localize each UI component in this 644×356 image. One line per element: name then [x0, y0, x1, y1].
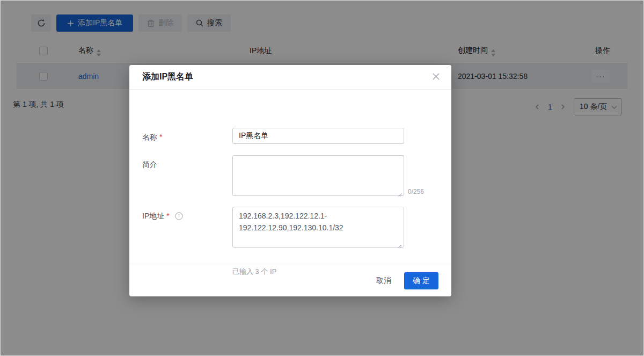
ip-blacklist-page: 添加IP黑名单 删除 搜索	[0, 0, 644, 356]
close-icon	[433, 74, 440, 82]
description-field-label: 简介	[142, 160, 157, 170]
label-text: 名称	[142, 133, 157, 141]
description-char-counter: 0/256	[408, 188, 424, 195]
close-button[interactable]	[431, 72, 441, 82]
label-text: IP地址	[142, 212, 164, 220]
description-textarea[interactable]	[232, 155, 404, 196]
ip-addresses-textarea[interactable]: 192.168.2.3,192.122.12.1-192.122.12.90,1…	[232, 207, 404, 248]
name-field-label: 名称*	[142, 133, 162, 142]
dialog-footer: 取消 确 定	[129, 265, 451, 296]
label-text: 简介	[142, 160, 157, 169]
dialog-title: 添加IP黑名单	[142, 71, 193, 83]
ip-field-label: IP地址*	[142, 212, 183, 222]
dialog-header: 添加IP黑名单	[129, 65, 451, 90]
confirm-button[interactable]: 确 定	[404, 272, 438, 289]
add-ip-blacklist-dialog: 添加IP黑名单 名称* 简介 0/256	[129, 65, 451, 296]
info-icon[interactable]	[175, 212, 183, 222]
cancel-button[interactable]: 取消	[376, 276, 391, 286]
name-input[interactable]	[232, 128, 404, 144]
required-mark: *	[159, 133, 162, 141]
dialog-body: 名称* 简介 0/256 IP地址*	[129, 90, 451, 265]
required-mark: *	[166, 212, 169, 220]
